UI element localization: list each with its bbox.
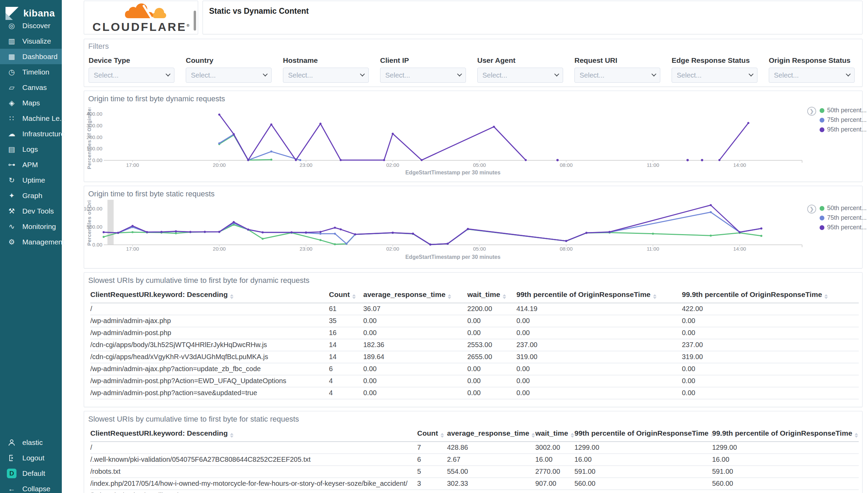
sidebar-item-logout[interactable]: Logout [0,450,62,466]
data-point [556,159,559,161]
x-tick-label: 05:00 [473,246,486,252]
column-header[interactable]: Count [329,288,363,303]
sidebar-item-monitoring[interactable]: ∿Monitoring [0,219,62,234]
table-row: /index.php/2017/05/14/how-i-owned-my-mot… [90,478,859,490]
sidebar-item-discover[interactable]: ◎Discover [0,18,62,33]
column-header[interactable]: 99.9th percentile of OriginResponseTime [682,288,859,303]
column-header[interactable]: wait_time [535,427,574,442]
sidebar-item-timelion[interactable]: ◷Timelion [0,64,62,80]
sidebar-item-logs[interactable]: ▤Logs [0,141,62,157]
legend-item-95th[interactable]: 95th percent... [820,126,867,133]
logo-panel-scrollbar[interactable] [194,11,196,31]
table-row: /wp-admin/admin-post.php?Action=EWD_UFAQ… [90,375,859,387]
data-point [760,228,762,230]
sort-icon[interactable] [448,294,451,299]
data-point [525,159,527,161]
sidebar-item-canvas[interactable]: ▱Canvas [0,80,62,95]
sidebar-item-apm[interactable]: ⊶APM [0,157,62,172]
cell: 61 [329,303,363,315]
static-requests-chart[interactable]: 17:0020:0023:0002:0005:0008:0011:0014:00… [84,198,863,267]
column-header[interactable]: 99th percentile of OriginResponseTime [516,288,682,303]
cell: 6 [417,454,447,466]
cell: 0.00 [467,363,516,375]
sidebar-item-space-default[interactable]: D Default [0,466,62,481]
data-point [334,233,336,235]
legend-item-50th[interactable]: 50th percent... [820,107,867,114]
request-uri-select[interactable]: Select... [574,68,660,83]
filter-hostname: Hostname Select... [283,56,369,83]
client-ip-select[interactable]: Select... [380,68,466,83]
legend-item-50th[interactable]: 50th percent... [820,205,867,212]
data-point [319,233,321,235]
sidebar-item-dev-tools[interactable]: ⚒Dev Tools [0,203,62,219]
cell: 4 [329,399,363,402]
column-header[interactable]: 99.9th percentile of OriginResponseTime [712,427,859,442]
data-point [718,159,720,161]
user-agent-select[interactable]: Select... [477,68,563,83]
sidebar-item-machine-learning[interactable]: ∷Machine Le... [0,111,62,126]
device-type-select[interactable]: Select... [89,68,174,83]
hostname-select[interactable]: Select... [283,68,369,83]
sort-icon[interactable] [441,433,444,438]
sort-icon[interactable] [230,433,233,438]
column-header[interactable]: average_response_time [447,427,535,442]
legend-item-95th[interactable]: 95th percent... [820,224,867,231]
data-point [565,240,567,242]
sort-icon[interactable] [824,294,828,299]
column-header[interactable]: 99th percentile of OriginResponseTime [574,427,712,442]
sidebar-item-collapse[interactable]: ← Collapse [0,481,62,493]
country-select[interactable]: Select... [186,68,272,83]
dynamic-requests-chart[interactable]: 17:0020:0023:0002:0005:0008:0011:0014:00… [84,105,863,181]
sidebar-item-visualize[interactable]: ▥Visualize [0,33,62,49]
data-point [392,133,394,135]
sidebar-item-dashboard[interactable]: ▦Dashboard [0,49,62,64]
column-header[interactable]: average_response_time [363,288,467,303]
table-scroll-area[interactable]: ClientRequestURI.keyword: DescendingCoun… [90,288,859,402]
legend-item-75th[interactable]: 75th percent... [820,214,867,221]
legend-toggle-icon[interactable]: ❯ [807,107,816,116]
cell: 560.00 [574,478,712,490]
sort-icon[interactable] [532,433,535,438]
edge-response-status-select[interactable]: Select... [672,68,757,83]
data-point [305,231,307,233]
sort-icon[interactable] [855,433,858,438]
table-row: /cdn-cgi/apps/head/xVgyKhR-vV3dAUGhMqfBc… [90,351,859,363]
sort-icon[interactable] [571,433,574,438]
x-tick-label: 23:00 [299,246,312,252]
x-tick-label: 08:00 [560,246,573,252]
data-point [290,231,293,233]
column-header[interactable]: Count [417,427,447,442]
data-point [218,231,220,233]
column-header[interactable]: wait_time [467,288,516,303]
static-uris-table-panel: Slowest URIs by cumulative time to first… [84,411,863,493]
sort-icon[interactable] [230,294,233,299]
sort-icon[interactable] [352,294,356,299]
cell: /index.php/author/camiliame/ [90,490,417,493]
column-header[interactable]: ClientRequestURI.keyword: Descending [90,427,417,442]
sidebar-item-graph[interactable]: ✦Graph [0,188,62,203]
sidebar-item-elastic-user[interactable]: elastic [0,435,62,450]
data-point [334,227,336,229]
sidebar-item-maps[interactable]: ◈Maps [0,95,62,111]
sidebar-item-infrastructure[interactable]: ☁Infrastructure [0,126,62,141]
cell: 0.00 [363,315,467,327]
sidebar-item-management[interactable]: ⚙Management [0,234,62,250]
cloudflare-wordmark: CLOUDFLARE® [92,21,189,33]
sidebar-item-uptime[interactable]: ↻Uptime [0,172,62,188]
infrastructure-icon: ☁ [7,130,16,138]
cell: /.well-known/pki-validation/054075F6A27B… [90,454,417,466]
y-tick-label: 300.00 [87,123,102,128]
sort-icon[interactable] [503,294,506,299]
column-header[interactable]: ClientRequestURI.keyword: Descending [90,288,329,303]
origin-response-status-select[interactable]: Select... [769,68,855,83]
table-scroll-area[interactable]: ClientRequestURI.keyword: DescendingCoun… [90,427,859,493]
sort-icon[interactable] [653,294,656,299]
x-tick-label: 20:00 [213,246,226,252]
chevron-down-icon [749,72,753,77]
graph-icon: ✦ [7,192,16,200]
data-point [132,225,134,227]
legend-item-75th[interactable]: 75th percent... [820,116,867,124]
legend-toggle-icon[interactable]: ❯ [807,205,816,214]
filters-panel-title: Filters [88,42,858,51]
cell: 36.07 [363,303,467,315]
